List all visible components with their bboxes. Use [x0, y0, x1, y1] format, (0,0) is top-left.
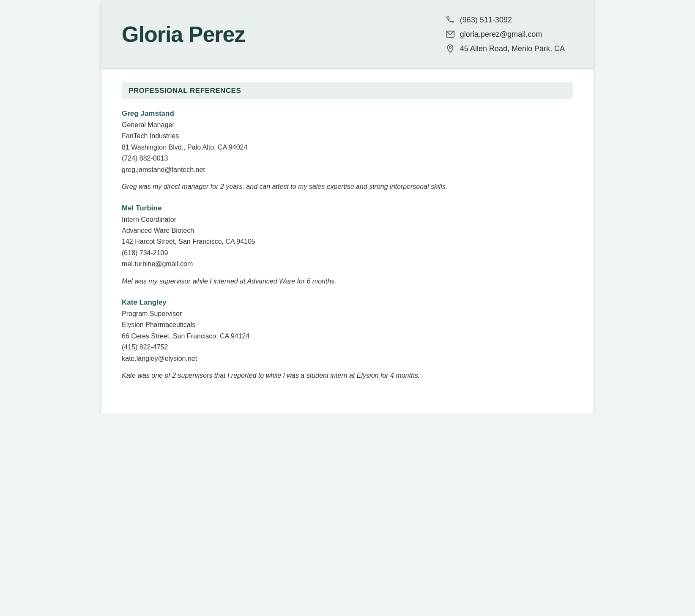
reference-item: Kate Langley Program Supervisor Elysion … — [122, 298, 573, 381]
ref-details: Program Supervisor Elysion Pharmaceutica… — [122, 308, 573, 364]
reference-item: Mel Turbine Intern Coordinator Advanced … — [122, 204, 573, 287]
resume-page: Gloria Perez (963) 511-3092 gloria.pere — [101, 0, 594, 413]
email-text: gloria.perez@gmail.com — [460, 30, 542, 39]
ref-note: Greg was my direct manager for 2 years, … — [122, 181, 573, 192]
section-title: PROFESSIONAL REFERENCES — [129, 87, 241, 95]
phone-text: (963) 511-3092 — [460, 16, 512, 25]
ref-note: Kate was one of 2 supervisors that I rep… — [122, 370, 573, 381]
main-content: PROFESSIONAL REFERENCES Greg Jamstand Ge… — [101, 69, 594, 413]
ref-details: General Manager FanTech Industries 81 Wa… — [122, 120, 573, 175]
phone-icon — [446, 15, 455, 25]
ref-note: Mel was my supervisor while I interned a… — [122, 276, 573, 287]
location-icon — [446, 44, 455, 53]
email-item: gloria.perez@gmail.com — [446, 30, 565, 39]
ref-name: Mel Turbine — [122, 204, 573, 213]
contact-info: (963) 511-3092 gloria.perez@gmail.com — [446, 15, 565, 53]
references-list: Greg Jamstand General Manager FanTech In… — [122, 109, 573, 381]
reference-item: Greg Jamstand General Manager FanTech In… — [122, 109, 573, 192]
phone-item: (963) 511-3092 — [446, 15, 565, 25]
address-text: 45 Allen Road, Menlo Park, CA — [460, 44, 565, 53]
address-item: 45 Allen Road, Menlo Park, CA — [446, 44, 565, 53]
candidate-name: Gloria Perez — [122, 22, 245, 47]
ref-name: Greg Jamstand — [122, 109, 573, 118]
header-section: Gloria Perez (963) 511-3092 gloria.pere — [101, 0, 594, 68]
svg-point-1 — [449, 46, 451, 49]
section-header: PROFESSIONAL REFERENCES — [122, 82, 573, 99]
ref-details: Intern Coordinator Advanced Ware Biotech… — [122, 214, 573, 270]
ref-name: Kate Langley — [122, 298, 573, 307]
email-icon — [446, 30, 455, 39]
